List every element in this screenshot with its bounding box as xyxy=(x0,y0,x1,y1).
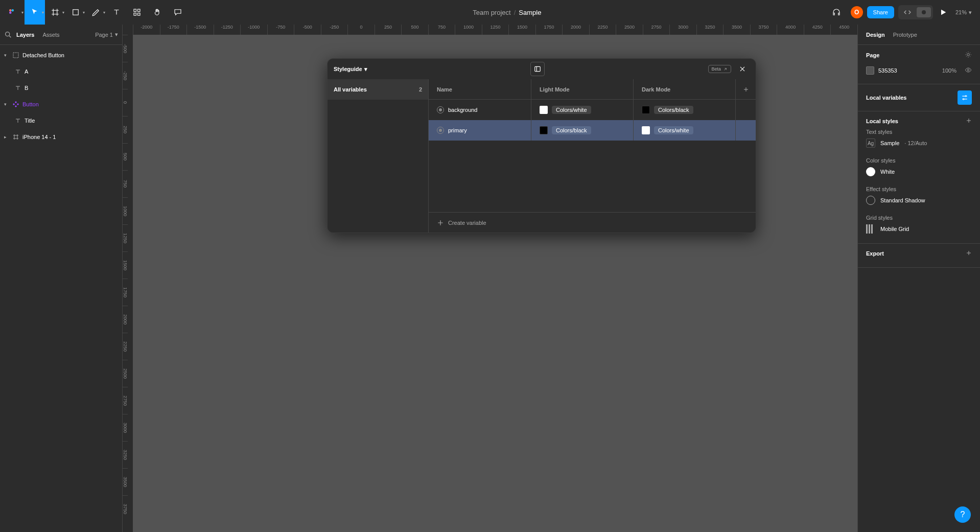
audio-button[interactable] xyxy=(826,0,847,25)
resources-button[interactable] xyxy=(127,0,147,25)
present-button[interactable]: ▾ xyxy=(937,8,949,16)
variable-row-primary[interactable]: primary Colors/black Colors/white xyxy=(429,120,756,141)
text-style-sample[interactable]: Ag Sample · 12/Auto xyxy=(866,135,972,151)
create-variable-button[interactable]: Create variable xyxy=(429,212,756,233)
page-settings-button[interactable] xyxy=(965,51,972,59)
svg-rect-0 xyxy=(9,9,12,12)
canvas[interactable]: -2000-1750-1500-1250-1000-750-500-250025… xyxy=(123,25,857,532)
add-style-button[interactable] xyxy=(966,118,972,125)
layer-label: B xyxy=(25,85,28,91)
open-variables-button[interactable] xyxy=(958,90,972,105)
chevron-down-icon: ▾ xyxy=(62,10,64,15)
color-variable-icon xyxy=(437,127,444,134)
layer-row-button-component[interactable]: ▾ Button xyxy=(0,96,122,112)
variable-light-cell[interactable]: Colors/black xyxy=(531,120,633,141)
sun-icon xyxy=(965,51,972,58)
frame-tool-button[interactable]: ▾ xyxy=(45,0,65,25)
ruler-tick: 250 xyxy=(375,25,402,35)
chevron-down-icon: ▾ xyxy=(103,10,105,15)
help-button[interactable]: ? xyxy=(954,506,971,523)
zoom-value: 21% xyxy=(955,9,967,15)
chevron-down-icon: ▾ xyxy=(115,31,118,38)
column-header-dark[interactable]: Dark Mode xyxy=(633,79,735,99)
user-avatar[interactable]: O xyxy=(851,6,863,18)
pen-icon xyxy=(91,8,101,17)
zoom-dropdown[interactable]: 21% ▾ xyxy=(953,9,974,16)
variable-name-cell[interactable]: background xyxy=(429,106,531,113)
variable-name-cell[interactable]: primary xyxy=(429,127,531,134)
chevron-down-icon: ▾ xyxy=(42,10,44,15)
chevron-down-icon: ▾ xyxy=(364,66,367,73)
tab-assets[interactable]: Assets xyxy=(42,32,59,38)
collection-dropdown[interactable]: Styleguide ▾ xyxy=(334,66,367,73)
svg-rect-6 xyxy=(134,13,136,16)
search-icon[interactable] xyxy=(4,31,12,39)
variable-dark-cell[interactable]: Colors/black xyxy=(633,100,735,120)
ruler-tick: 2750 xyxy=(123,387,128,414)
shape-tool-button[interactable]: ▾ xyxy=(65,0,86,25)
tab-layers[interactable]: Layers xyxy=(16,32,34,38)
sidepanel-toggle-button[interactable] xyxy=(530,62,545,76)
play-icon xyxy=(939,8,947,16)
svg-rect-1 xyxy=(9,12,12,14)
share-button[interactable]: Share xyxy=(867,6,894,18)
layer-row-detached-button[interactable]: ▾ Detached Button xyxy=(0,47,122,63)
close-button[interactable] xyxy=(735,62,750,76)
grid-style-mobile[interactable]: Mobile Grid xyxy=(866,221,972,237)
svg-rect-7 xyxy=(138,13,141,16)
comment-tool-button[interactable] xyxy=(168,0,188,25)
add-export-button[interactable] xyxy=(966,250,972,257)
variable-dark-cell[interactable]: Colors/white xyxy=(633,120,735,141)
layer-row-title[interactable]: Title xyxy=(0,112,122,129)
variable-name: primary xyxy=(448,127,467,133)
page-selector[interactable]: Page 1 ▾ xyxy=(95,31,118,38)
collection-all-variables[interactable]: All variables 2 xyxy=(328,79,428,100)
dev-mode-toggle[interactable] xyxy=(898,5,933,19)
expand-arrow-icon[interactable]: ▾ xyxy=(4,53,9,58)
add-mode-button[interactable] xyxy=(735,79,756,99)
cursor-icon xyxy=(30,8,39,17)
expand-arrow-icon[interactable]: ▾ xyxy=(4,102,9,107)
hand-tool-button[interactable] xyxy=(147,0,168,25)
toolbar-title[interactable]: Team project / Sample ▾ xyxy=(188,9,826,16)
svg-rect-3 xyxy=(73,10,79,15)
main-area: Layers Assets Page 1 ▾ ▾ Detached Button… xyxy=(0,25,980,532)
variable-light-cell[interactable]: Colors/white xyxy=(531,100,633,120)
text-tool-button[interactable] xyxy=(106,0,127,25)
layer-row-a[interactable]: A xyxy=(0,63,122,80)
variable-name: background xyxy=(448,107,478,113)
group-icon xyxy=(12,52,19,59)
ruler-tick: 2500 xyxy=(123,360,128,387)
ruler-tick: 1250 xyxy=(482,25,509,35)
figma-logo-icon xyxy=(8,8,17,17)
page-bg-hex: 535353 xyxy=(878,67,897,74)
page-background-row[interactable]: 535353 100% xyxy=(866,63,972,78)
main-menu-button[interactable]: ▾ xyxy=(0,0,25,25)
variables-table-header: Name Light Mode Dark Mode xyxy=(429,79,756,100)
layer-row-iphone[interactable]: ▸ iPhone 14 - 1 xyxy=(0,129,122,145)
column-header-light[interactable]: Light Mode xyxy=(531,79,633,99)
variables-modal-body: All variables 2 Name Light Mode Dark Mod… xyxy=(328,79,756,233)
layer-row-b[interactable]: B xyxy=(0,80,122,96)
toolbar-right: O Share ▾ 21% ▾ xyxy=(826,0,980,25)
variable-row-background[interactable]: background Colors/white Colors/black xyxy=(429,100,756,120)
chevron-down-icon: ▾ xyxy=(969,9,972,16)
visibility-toggle[interactable] xyxy=(965,66,972,75)
ruler-tick: 1000 xyxy=(455,25,482,35)
expand-arrow-icon[interactable]: ▸ xyxy=(4,134,9,140)
ruler-tick: 3250 xyxy=(696,25,724,35)
color-style-white[interactable]: White xyxy=(866,164,972,180)
ruler-tick: 500 xyxy=(401,25,428,35)
frame-icon xyxy=(51,8,60,17)
vertical-ruler: -500-25002505007501000125015001750200022… xyxy=(123,35,133,532)
move-tool-button[interactable]: ▾ xyxy=(25,0,45,25)
effect-style-shadow[interactable]: Standard Shadow xyxy=(866,192,972,209)
beta-badge[interactable]: Beta xyxy=(708,65,732,73)
canvas-viewport[interactable]: Styleguide ▾ Beta xyxy=(133,35,857,532)
text-icon xyxy=(112,8,121,17)
close-icon xyxy=(739,65,746,73)
beta-label: Beta xyxy=(712,66,721,72)
pen-tool-button[interactable]: ▾ xyxy=(86,0,106,25)
tab-design[interactable]: Design xyxy=(866,32,885,38)
tab-prototype[interactable]: Prototype xyxy=(893,32,917,38)
